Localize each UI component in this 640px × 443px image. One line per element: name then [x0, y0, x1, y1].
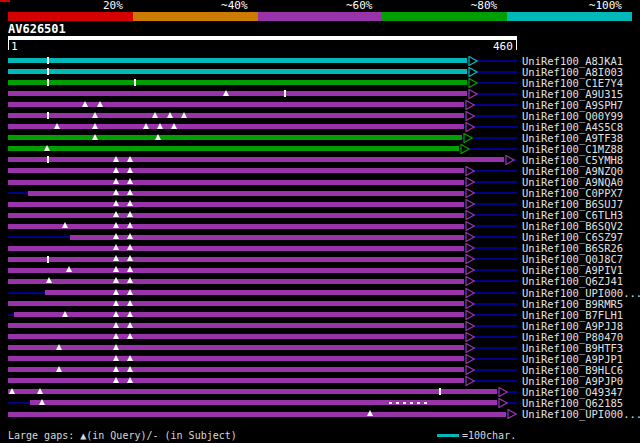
alignment-bar[interactable]	[8, 301, 464, 306]
scale-sample-line	[437, 434, 459, 437]
hit-label[interactable]: UniRef100_P80470	[522, 331, 623, 342]
alignment-bar[interactable]	[8, 80, 467, 85]
hit-label[interactable]: UniRef100_B9HLC6	[522, 365, 623, 376]
alignment-bar[interactable]	[8, 102, 464, 107]
hit-label[interactable]: UniRef100_A9PJP0	[522, 376, 623, 387]
hit-label[interactable]: UniRef100_B9RMR5	[522, 298, 623, 309]
alignment-bar[interactable]	[8, 124, 464, 129]
hit-end-arrow-icon	[465, 199, 475, 209]
query-gap-marker	[167, 112, 173, 118]
hit-end-arrow-icon	[465, 299, 475, 309]
alignment-bar[interactable]	[8, 224, 464, 229]
alignment-bar[interactable]	[8, 180, 464, 185]
alignment-bar[interactable]	[8, 213, 464, 218]
subject-gap-dashes	[389, 402, 430, 404]
query-gap-marker	[113, 244, 119, 250]
hit-label[interactable]: UniRef100_A9NZQ0	[522, 166, 623, 177]
hit-label[interactable]: UniRef100_A9PIV1	[522, 265, 623, 276]
query-gap-marker	[46, 277, 52, 283]
hit-label[interactable]: UniRef100_B9HTF3	[522, 342, 623, 353]
query-gap-marker	[113, 178, 119, 184]
alignment-bar[interactable]	[8, 113, 464, 118]
alignment-bar[interactable]	[8, 69, 467, 74]
alignment-bar[interactable]	[8, 91, 467, 96]
alignment-bar[interactable]	[8, 135, 462, 140]
hit-label[interactable]: UniRef100_A8JKA1	[522, 55, 623, 66]
hit-label[interactable]: UniRef100_A9SPH7	[522, 99, 623, 110]
hit-label[interactable]: UniRef100_A9U315	[522, 88, 623, 99]
alignment-bar[interactable]	[8, 334, 464, 339]
hit-end-arrow-icon	[465, 243, 475, 253]
hit-end-arrow-icon	[465, 365, 475, 375]
hit-label[interactable]: UniRef100_A4S5C8	[522, 122, 623, 133]
subject-gap-tick	[284, 90, 286, 97]
alignment-bar[interactable]	[8, 268, 464, 273]
query-gap-marker	[92, 112, 98, 118]
scale-tick-label: ~100%	[507, 0, 632, 11]
hit-end-arrow-icon	[465, 166, 475, 176]
subject-gap-tick	[47, 79, 49, 86]
alignment-bar[interactable]	[8, 168, 464, 173]
hit-label[interactable]: UniRef100_Q6ZJ41	[522, 276, 623, 287]
hit-label[interactable]: UniRef100_A9PJJ8	[522, 320, 623, 331]
hit-label[interactable]: UniRef100_B6SQV2	[522, 221, 623, 232]
hit-label[interactable]: UniRef100_C0PPX7	[522, 188, 623, 199]
query-gap-marker	[56, 344, 62, 350]
hit-label[interactable]: UniRef100_O49347	[522, 387, 623, 398]
hit-label[interactable]: UniRef100_Q00Y99	[522, 111, 623, 122]
alignment-bar[interactable]	[8, 202, 464, 207]
query-gap-marker	[171, 123, 177, 129]
hit-label[interactable]: UniRef100_B6SUJ7	[522, 199, 623, 210]
query-gap-marker	[113, 366, 119, 372]
query-gap-marker	[152, 112, 158, 118]
hit-label[interactable]: UniRef100_B7FLH1	[522, 309, 623, 320]
hit-label[interactable]: UniRef100_B6SR26	[522, 243, 623, 254]
alignment-bar[interactable]	[8, 157, 504, 162]
hit-end-arrow-icon	[465, 177, 475, 187]
hit-label[interactable]: UniRef100_C1MZ88	[522, 144, 623, 155]
alignment-bar[interactable]	[8, 279, 464, 284]
query-gap-marker	[127, 167, 133, 173]
hit-end-arrow-icon	[507, 409, 517, 419]
hit-label[interactable]: UniRef100_Q0J8C7	[522, 254, 623, 265]
hit-end-arrow-icon	[465, 265, 475, 275]
alignment-bar[interactable]	[45, 290, 464, 295]
query-gap-marker	[113, 233, 119, 239]
gap-legend: Large gaps: ▲(in Query)/- (in Subject)	[8, 430, 237, 441]
alignment-bar[interactable]	[8, 323, 464, 328]
scale-color-segment	[258, 12, 383, 21]
alignment-bar[interactable]	[8, 58, 467, 63]
hit-label[interactable]: UniRef100_A9TF38	[522, 133, 623, 144]
hit-label[interactable]: UniRef100_Q62185	[522, 398, 623, 409]
hit-label[interactable]: UniRef100_A8I003	[522, 66, 623, 77]
hit-end-arrow-icon	[465, 343, 475, 353]
alignment-bar[interactable]	[8, 345, 464, 350]
hit-label[interactable]: UniRef100_C6TLH3	[522, 210, 623, 221]
hit-label[interactable]: UniRef100_A9PJP1	[522, 354, 623, 365]
query-gap-marker	[113, 200, 119, 206]
hit-end-arrow-icon	[465, 122, 475, 132]
ruler-start-label: 1	[11, 41, 18, 52]
alignment-bar[interactable]	[28, 191, 464, 196]
alignment-bar[interactable]	[14, 312, 464, 317]
hit-label[interactable]: UniRef100_C1E7Y4	[522, 77, 623, 88]
hit-label[interactable]: UniRef100_UPI000...	[522, 287, 640, 298]
alignment-bar[interactable]	[8, 146, 459, 151]
alignment-bar[interactable]	[8, 356, 464, 361]
alignment-bar[interactable]	[8, 378, 464, 383]
alignment-bar[interactable]	[8, 257, 464, 262]
ruler-left-tick	[8, 36, 9, 50]
hit-label[interactable]: UniRef100_C6SZ97	[522, 232, 623, 243]
alignment-bar[interactable]	[8, 367, 464, 372]
hit-end-arrow-icon	[465, 332, 475, 342]
hit-label[interactable]: UniRef100_C5YMH8	[522, 155, 623, 166]
alignment-bar[interactable]	[8, 246, 464, 251]
hit-label[interactable]: UniRef100_UPI000...	[522, 409, 640, 420]
alignment-bar[interactable]	[8, 389, 497, 394]
query-gap-marker	[113, 322, 119, 328]
alignment-bar[interactable]	[8, 412, 506, 417]
query-gap-marker	[127, 244, 133, 250]
blast-graphic-overview: 20%~40%~60%~80%~100% AV626501 1 460 UniR…	[0, 0, 640, 443]
query-gap-marker	[113, 255, 119, 261]
hit-label[interactable]: UniRef100_A9NQA0	[522, 177, 623, 188]
